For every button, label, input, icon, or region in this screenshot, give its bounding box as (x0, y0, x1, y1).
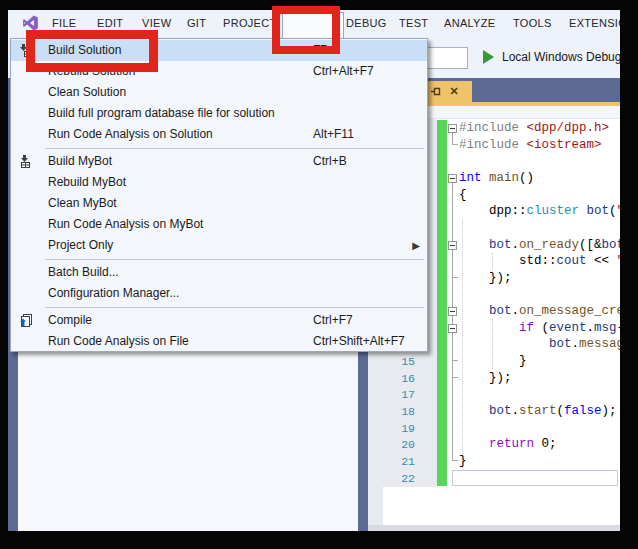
fold-scope-line (452, 333, 458, 361)
menu-item-label: Run Code Analysis on MyBot (48, 214, 203, 235)
menu-item-run-code-analysis-on-mybot[interactable]: Run Code Analysis on MyBot (11, 214, 427, 235)
compile-icon (18, 313, 33, 328)
code-text: { (459, 187, 467, 204)
menu-item-label: Clean Solution (48, 82, 126, 103)
editor-scrollbar-strip[interactable] (368, 525, 620, 531)
menu-item-label: Configuration Manager... (48, 283, 179, 304)
menu-item-label: Run Code Analysis on File (48, 331, 189, 352)
code-line-15[interactable]: 15 } (368, 353, 620, 370)
annotation-box-build-solution (26, 30, 158, 72)
menu-item-clean-solution[interactable]: Clean Solution (11, 82, 427, 103)
line-number: 18 (368, 403, 415, 420)
code-text: } (459, 453, 467, 470)
menu-item-run-code-analysis-on-solution[interactable]: Run Code Analysis on SolutionAlt+F11 (11, 124, 427, 145)
menu-item-label: Build MyBot (48, 151, 112, 172)
code-text: }); (459, 270, 512, 287)
run-icon[interactable] (483, 50, 494, 64)
menu-item-configuration-manager[interactable]: Configuration Manager... (11, 283, 427, 304)
code-text: #include <iostream> (459, 137, 602, 154)
code-text: return 0; (459, 436, 557, 453)
fold-collapse-icon[interactable] (448, 307, 457, 316)
menu-bar-item-analyze[interactable]: ANALYZE (444, 15, 495, 32)
code-line-20[interactable]: 20 return 0; (368, 436, 620, 453)
build-dropdown-menu: Build SolutionF7Rebuild SolutionCtrl+Alt… (10, 38, 428, 352)
code-line-18[interactable]: 18 bot.start(false); (368, 403, 620, 420)
submenu-arrow-icon: ▶ (412, 235, 420, 256)
annotation-box-build-menu (272, 6, 340, 54)
fold-scope-line (452, 250, 458, 278)
line-number: 15 (368, 353, 415, 370)
screenshot-frame: FILEEDITVIEWGITPROJECTBUILDDEBUGTESTANAL… (0, 0, 638, 549)
menu-item-label: Run Code Analysis on Solution (48, 124, 213, 145)
menu-item-compile[interactable]: CompileCtrl+F7 (11, 310, 427, 331)
debug-target-button[interactable]: Local Windows Debugger (502, 50, 620, 65)
menu-item-shortcut: Ctrl+B (313, 151, 347, 172)
menu-bar-item-test[interactable]: TEST (399, 15, 428, 32)
code-text: int main() (459, 170, 534, 187)
visual-studio-logo (22, 15, 39, 31)
code-text: } (459, 353, 527, 370)
code-text: }); (459, 370, 512, 387)
menu-item-batch-build[interactable]: Batch Build... (11, 262, 427, 283)
current-line-indicator (452, 470, 618, 486)
code-text: bot.message_create (459, 336, 620, 353)
fold-collapse-icon[interactable] (448, 241, 457, 250)
code-text: #include <dpp/dpp.h> (459, 120, 609, 137)
fold-collapse-icon[interactable] (448, 174, 457, 183)
menu-item-shortcut: Ctrl+F7 (313, 310, 353, 331)
menu-item-shortcut: Ctrl+Shift+Alt+F7 (313, 331, 405, 352)
menu-item-rebuild-mybot[interactable]: Rebuild MyBot (11, 172, 427, 193)
menu-item-run-code-analysis-on-file[interactable]: Run Code Analysis on FileCtrl+Shift+Alt+… (11, 331, 427, 352)
code-line-19[interactable]: 19 (368, 420, 620, 437)
code-text: if (event.msg->co (459, 320, 620, 337)
menu-bar-item-git[interactable]: GIT (187, 15, 206, 32)
build-project-icon (18, 154, 33, 169)
code-text: bot.on_ready([&bot]( (459, 237, 620, 254)
menu-item-project-only[interactable]: Project Only▶ (11, 235, 427, 256)
fold-collapse-icon[interactable] (448, 324, 457, 333)
line-number: 22 (368, 470, 415, 487)
line-number: 19 (368, 420, 415, 437)
code-text: dpp::cluster bot("tok (459, 203, 620, 220)
code-text: bot.start(false); (459, 403, 617, 420)
code-line-17[interactable]: 17 (368, 386, 620, 403)
menu-bar-item-extensions[interactable]: EXTENSIONS (569, 15, 620, 32)
close-icon[interactable]: ✕ (447, 83, 461, 99)
menu-item-build-mybot[interactable]: Build MyBotCtrl+B (11, 151, 427, 172)
menu-bar-item-tools[interactable]: TOOLS (513, 15, 552, 32)
code-text: bot.on_message_create (459, 303, 620, 320)
code-line-16[interactable]: 16 }); (368, 370, 620, 387)
line-number: 16 (368, 370, 415, 387)
menu-item-label: Project Only (48, 235, 113, 256)
pin-icon[interactable] (430, 85, 443, 98)
line-number: 17 (368, 386, 415, 403)
menu-item-build-full-program-database-file-for-solution[interactable]: Build full program database file for sol… (11, 103, 427, 124)
line-number: 20 (368, 436, 415, 453)
menu-bar-item-project[interactable]: PROJECT (223, 15, 276, 32)
fold-scope-line (452, 133, 458, 145)
menu-item-clean-mybot[interactable]: Clean MyBot (11, 193, 427, 214)
menu-item-shortcut: Alt+F11 (313, 124, 354, 145)
menu-item-label: Clean MyBot (48, 193, 117, 214)
menu-bar-item-debug[interactable]: DEBUG (346, 15, 387, 32)
code-line-21[interactable]: 21} (368, 453, 620, 470)
line-number: 21 (368, 453, 415, 470)
menu-item-label: Build full program database file for sol… (48, 103, 275, 124)
code-text: std::cout << "Log (459, 253, 620, 270)
menu-item-label: Compile (48, 310, 92, 331)
menu-item-label: Rebuild MyBot (48, 172, 126, 193)
menu-item-shortcut: Ctrl+Alt+F7 (313, 61, 374, 82)
menu-item-label: Batch Build... (48, 262, 119, 283)
fold-collapse-icon[interactable] (448, 124, 457, 133)
